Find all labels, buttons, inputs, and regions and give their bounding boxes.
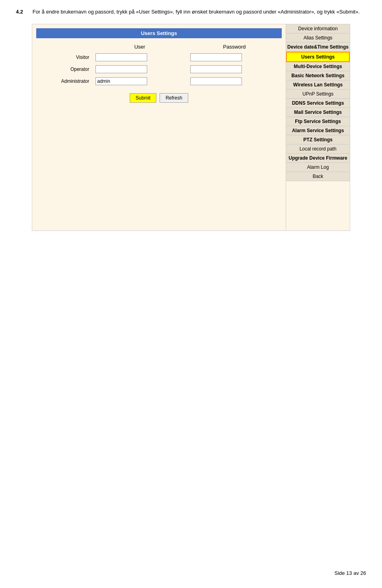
password-cell [187, 75, 282, 87]
nav-item[interactable]: DDNS Service Settings [286, 99, 350, 108]
nav-item[interactable]: PTZ Settings [286, 135, 350, 145]
table-row: Visitor [36, 51, 282, 63]
password-input[interactable] [190, 53, 242, 61]
main-container: Users Settings User Password VisitorOper… [32, 24, 350, 231]
nav-item[interactable]: Local record path [286, 145, 350, 154]
panel-title: Users Settings [36, 28, 282, 38]
nav-item[interactable]: Ftp Service Settings [286, 117, 350, 126]
nav-item[interactable]: Device information [286, 24, 350, 33]
nav-item[interactable]: Users Settings [286, 52, 350, 62]
nav-item[interactable]: Mail Service Settings [286, 108, 350, 117]
nav-item[interactable]: Upgrade Device Firmware [286, 154, 350, 163]
nav-item[interactable]: Alarm Log [286, 163, 350, 172]
user-input[interactable] [96, 65, 147, 73]
table-row: Operator [36, 63, 282, 75]
section-number: 4.2 [16, 9, 23, 15]
password-cell [187, 51, 282, 63]
nav-item[interactable]: Wireless Lan Settings [286, 80, 350, 90]
nav-item[interactable]: Multi-Device Settings [286, 62, 350, 71]
nav-item[interactable]: Alias Settings [286, 33, 350, 43]
table-row: Administrator [36, 75, 282, 87]
nav-item[interactable]: UPnP Settings [286, 90, 350, 99]
button-row: Submit Refresh [36, 93, 282, 103]
nav-item[interactable]: Basic Network Settings [286, 71, 350, 80]
col-user-header: User [92, 42, 187, 51]
password-input[interactable] [190, 77, 242, 85]
intro-text: For å endre brukernavn og passord, trykk… [33, 9, 360, 15]
row-label: Administrator [36, 75, 92, 87]
nav-item[interactable]: Back [286, 172, 350, 181]
nav-item[interactable]: Device date&Time Settings [286, 43, 350, 52]
row-label: Visitor [36, 51, 92, 63]
right-panel: Device informationAlias SettingsDevice d… [286, 24, 350, 231]
submit-button[interactable]: Submit [130, 93, 156, 103]
col-password-header: Password [187, 42, 282, 51]
col-empty [36, 42, 92, 51]
nav-item[interactable]: Alarm Service Settings [286, 126, 350, 135]
row-label: Operator [36, 63, 92, 75]
user-cell [92, 63, 187, 75]
page-footer: Side 13 av 26 [334, 570, 366, 576]
user-cell [92, 75, 187, 87]
settings-table: User Password VisitorOperatorAdministrat… [36, 42, 282, 87]
user-input[interactable] [96, 77, 147, 85]
user-cell [92, 51, 187, 63]
password-input[interactable] [190, 65, 242, 73]
user-input[interactable] [96, 53, 147, 61]
refresh-button[interactable]: Refresh [160, 93, 188, 103]
password-cell [187, 63, 282, 75]
left-panel: Users Settings User Password VisitorOper… [32, 24, 286, 231]
